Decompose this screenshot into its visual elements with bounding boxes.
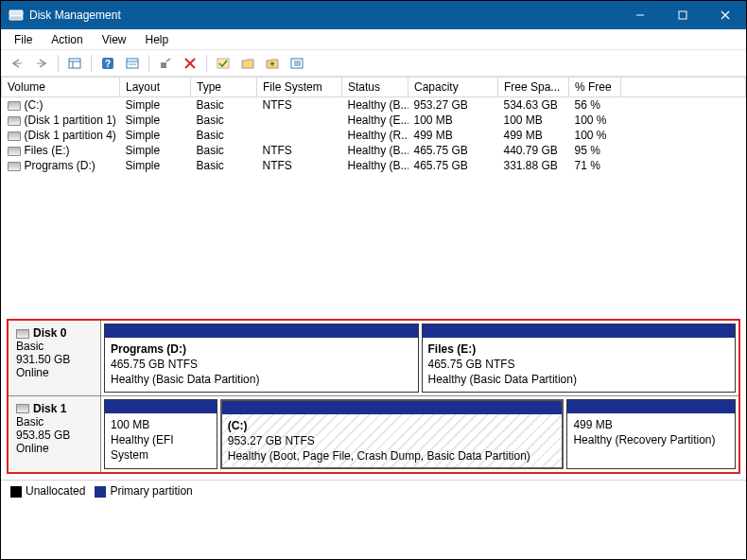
disk-type: Basic xyxy=(16,415,93,429)
cell: Basic xyxy=(191,158,257,173)
cell xyxy=(621,113,746,128)
volume-label: (Disk 1 partition 1) xyxy=(25,114,116,127)
table-row[interactable]: Programs (D:)SimpleBasicNTFSHealthy (B..… xyxy=(2,158,746,173)
disk-name: Disk 1 xyxy=(33,402,66,415)
disk-status: Online xyxy=(16,366,93,379)
legend-primary-label: Primary partition xyxy=(110,484,192,498)
legend-unallocated-label: Unallocated xyxy=(26,484,85,498)
column-header[interactable]: Status xyxy=(342,78,408,97)
cell: (Disk 1 partition 4) xyxy=(2,128,120,143)
partition[interactable]: (C:)953.27 GB NTFSHealthy (Boot, Page Fi… xyxy=(220,399,565,470)
table-row[interactable]: (Disk 1 partition 1)SimpleBasicHealthy (… xyxy=(2,113,746,128)
folder-up-button[interactable] xyxy=(262,53,283,74)
cell: 100 MB xyxy=(408,113,498,128)
back-button[interactable] xyxy=(7,53,27,74)
show-hide-button[interactable] xyxy=(64,53,85,74)
svg-rect-16 xyxy=(161,62,166,68)
close-button[interactable] xyxy=(704,1,746,29)
cell: Programs (D:) xyxy=(2,158,120,173)
partition[interactable]: Programs (D:)465.75 GB NTFSHealthy (Basi… xyxy=(104,324,419,393)
cell xyxy=(621,128,746,143)
column-header[interactable]: Free Spa... xyxy=(498,78,569,97)
properties-button[interactable] xyxy=(287,53,307,74)
partition-header xyxy=(105,324,418,338)
svg-rect-3 xyxy=(679,11,686,19)
table-row[interactable]: (Disk 1 partition 4)SimpleBasicHealthy (… xyxy=(2,128,746,143)
cell: 465.75 GB xyxy=(408,143,498,158)
column-header[interactable]: Capacity xyxy=(408,78,498,97)
cell xyxy=(621,97,746,114)
check-button[interactable] xyxy=(213,53,234,74)
svg-rect-13 xyxy=(127,59,138,68)
svg-line-17 xyxy=(166,59,170,61)
cell: Healthy (B... xyxy=(342,97,408,114)
cell: 534.63 GB xyxy=(498,97,569,114)
partition[interactable]: Files (E:)465.75 GB NTFSHealthy (Basic D… xyxy=(422,324,737,393)
cell: Healthy (B... xyxy=(342,143,408,158)
cell: Basic xyxy=(191,97,257,114)
cell: 440.79 GB xyxy=(498,143,569,158)
maximize-button[interactable] xyxy=(661,1,704,29)
cell xyxy=(257,113,342,128)
cell: (Disk 1 partition 1) xyxy=(2,113,120,128)
disk-label[interactable]: Disk 0Basic931.50 GBOnline xyxy=(9,321,101,395)
cell: Simple xyxy=(120,158,191,173)
disk-status: Online xyxy=(16,442,93,455)
menu-action[interactable]: Action xyxy=(42,31,92,48)
table-row[interactable]: Files (E:)SimpleBasicNTFSHealthy (B...46… xyxy=(2,143,746,158)
disk-label[interactable]: Disk 1Basic953.85 GBOnline xyxy=(9,396,101,473)
menu-help[interactable]: Help xyxy=(136,31,179,48)
partition[interactable]: 499 MBHealthy (Recovery Partition) xyxy=(566,399,736,470)
settings-button[interactable] xyxy=(155,53,176,74)
menu-file[interactable]: File xyxy=(5,31,42,48)
cell: Simple xyxy=(120,97,191,114)
svg-rect-8 xyxy=(69,59,80,68)
cell: Basic xyxy=(191,128,257,143)
partition-header xyxy=(222,401,563,414)
refresh-button[interactable] xyxy=(122,53,143,74)
partition-title: Files (E:) xyxy=(428,342,477,356)
partition-header xyxy=(105,400,217,413)
partition-body: Programs (D:)465.75 GB NTFSHealthy (Basi… xyxy=(105,338,418,392)
volume-label: (C:) xyxy=(25,98,43,112)
cell: Simple xyxy=(120,143,191,158)
column-header[interactable]: Type xyxy=(191,78,257,97)
legend-swatch-unallocated xyxy=(10,486,22,498)
partition-header xyxy=(423,324,736,338)
window-title: Disk Management xyxy=(29,9,618,22)
minimize-button[interactable] xyxy=(618,1,661,29)
folder-button[interactable] xyxy=(237,53,258,74)
volume-list-pane: VolumeLayoutTypeFile SystemStatusCapacit… xyxy=(1,77,746,313)
cell: 56 % xyxy=(569,97,621,114)
disk-icon xyxy=(16,329,29,339)
partition-state: Healthy (Boot, Page File, Crash Dump, Ba… xyxy=(228,448,557,464)
cell: 95 % xyxy=(569,143,621,158)
cell: 331.88 GB xyxy=(498,158,569,173)
svg-text:?: ? xyxy=(105,59,111,69)
menubar: File Action View Help xyxy=(1,29,746,50)
column-header-end xyxy=(621,78,746,97)
table-row[interactable]: (C:)SimpleBasicNTFSHealthy (B...953.27 G… xyxy=(2,97,746,114)
cell: Files (E:) xyxy=(2,143,120,158)
cell: 499 MB xyxy=(408,128,498,143)
legend: Unallocated Primary partition xyxy=(1,480,746,503)
column-header[interactable]: File System xyxy=(257,78,342,97)
column-header[interactable]: Volume xyxy=(2,78,120,97)
forward-button[interactable] xyxy=(31,53,52,74)
partition-sub: 953.27 GB NTFS xyxy=(228,433,557,448)
cell: 953.27 GB xyxy=(408,97,498,114)
column-header[interactable]: % Free xyxy=(569,78,621,97)
cell: Basic xyxy=(191,143,257,158)
window-controls xyxy=(618,1,746,29)
partition[interactable]: 100 MBHealthy (EFI System xyxy=(104,399,217,470)
disk-size: 931.50 GB xyxy=(16,353,93,366)
partition-title: (C:) xyxy=(228,419,248,432)
menu-view[interactable]: View xyxy=(93,31,136,48)
partition-title: Programs (D:) xyxy=(111,342,186,356)
app-icon xyxy=(9,8,24,23)
column-header[interactable]: Layout xyxy=(120,78,191,97)
disk-row: Disk 0Basic931.50 GBOnlinePrograms (D:)4… xyxy=(9,321,738,396)
help-button[interactable]: ? xyxy=(97,53,118,74)
volume-table[interactable]: VolumeLayoutTypeFile SystemStatusCapacit… xyxy=(1,77,746,173)
delete-button[interactable] xyxy=(180,53,200,74)
